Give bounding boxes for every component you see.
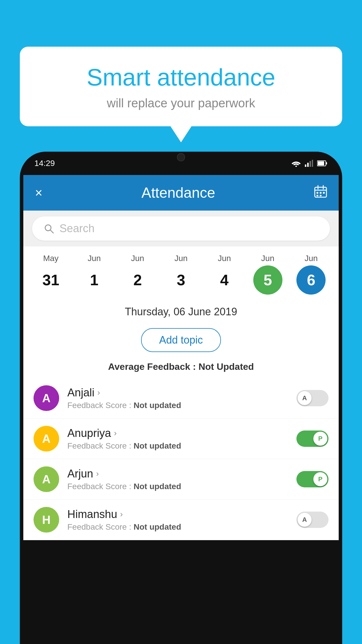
wifi-icon: [291, 160, 301, 167]
cal-day-6[interactable]: Jun 6: [294, 254, 328, 295]
chevron-icon: ›: [120, 510, 123, 519]
app-screen: × Attendance: [23, 175, 339, 540]
toolbar-title: Attendance: [141, 184, 215, 201]
status-icons: [291, 160, 328, 167]
svg-rect-16: [320, 195, 321, 196]
student-item-anjali: A Anjali › Feedback Score : Not updated …: [23, 378, 339, 419]
student-info-anjali: Anjali › Feedback Score : Not updated: [67, 386, 296, 410]
svg-line-18: [50, 230, 53, 233]
phone-frame: 14:29 ×: [20, 152, 342, 644]
svg-rect-12: [317, 192, 318, 194]
status-time: 14:29: [34, 159, 55, 168]
cal-day-0[interactable]: May 31: [33, 254, 68, 295]
avg-feedback-value: Not Updated: [198, 361, 254, 372]
svg-rect-7: [326, 162, 327, 164]
add-topic-section: Add topic: [23, 324, 339, 358]
notch: [162, 152, 200, 163]
avatar-arjun: A: [34, 466, 59, 492]
student-name-arjun[interactable]: Arjun ›: [67, 468, 296, 480]
selected-date: Thursday, 06 June 2019: [23, 298, 339, 324]
student-info-anupriya: Anupriya › Feedback Score : Not updated: [67, 427, 296, 451]
svg-rect-1: [305, 164, 306, 167]
student-feedback-anjali: Feedback Score : Not updated: [67, 401, 296, 410]
student-item-anupriya: A Anupriya › Feedback Score : Not update…: [23, 419, 339, 459]
student-feedback-anupriya: Feedback Score : Not updated: [67, 441, 296, 451]
avatar-himanshu: H: [34, 507, 59, 533]
speech-bubble-subtitle: will replace your paperwork: [37, 96, 325, 110]
add-topic-button[interactable]: Add topic: [141, 328, 221, 352]
search-icon: [44, 223, 54, 234]
speech-bubble-title: Smart attendance: [37, 64, 325, 90]
speech-bubble: Smart attendance will replace your paper…: [20, 47, 342, 126]
chevron-icon: ›: [114, 428, 117, 438]
student-name-himanshu[interactable]: Himanshu ›: [67, 508, 296, 521]
svg-rect-2: [307, 163, 309, 167]
toggle-himanshu[interactable]: A: [296, 512, 328, 528]
student-name-anupriya[interactable]: Anupriya ›: [67, 427, 296, 440]
close-button[interactable]: ×: [35, 186, 43, 200]
toggle-arjun[interactable]: P: [296, 471, 328, 487]
cal-day-2[interactable]: Jun 2: [120, 254, 155, 295]
student-name-anjali[interactable]: Anjali ›: [67, 386, 296, 399]
cal-day-5[interactable]: Jun 5: [250, 254, 285, 295]
student-info-arjun: Arjun › Feedback Score : Not updated: [67, 468, 296, 491]
calendar-icon[interactable]: [314, 185, 327, 201]
cal-day-4[interactable]: Jun 4: [207, 254, 242, 295]
student-item-himanshu: H Himanshu › Feedback Score : Not update…: [23, 500, 339, 540]
cal-day-3[interactable]: Jun 3: [164, 254, 198, 295]
calendar-row: May 31 Jun 1 Jun 2 Jun 3 Jun 4 Jun 5: [23, 246, 339, 298]
student-list: A Anjali › Feedback Score : Not updated …: [23, 378, 339, 540]
signal-icon: [305, 160, 313, 167]
student-feedback-arjun: Feedback Score : Not updated: [67, 482, 296, 491]
svg-rect-3: [310, 161, 311, 167]
student-item-arjun: A Arjun › Feedback Score : Not updated P: [23, 459, 339, 500]
svg-point-0: [296, 166, 297, 167]
chevron-icon: ›: [97, 388, 100, 397]
svg-rect-4: [312, 160, 313, 167]
cal-day-1[interactable]: Jun 1: [77, 254, 112, 295]
app-toolbar: × Attendance: [23, 175, 339, 211]
svg-rect-13: [320, 192, 321, 194]
toggle-anjali[interactable]: A: [296, 390, 328, 406]
avg-feedback-label: Average Feedback :: [108, 361, 196, 372]
avatar-anjali: A: [34, 385, 59, 411]
battery-icon: [317, 160, 328, 167]
search-input[interactable]: Search: [32, 216, 330, 241]
student-info-himanshu: Himanshu › Feedback Score : Not updated: [67, 508, 296, 532]
search-placeholder: Search: [59, 222, 94, 235]
svg-rect-15: [317, 195, 318, 196]
status-bar: 14:29: [20, 152, 342, 175]
student-feedback-himanshu: Feedback Score : Not updated: [67, 522, 296, 532]
toggle-anupriya[interactable]: P: [296, 430, 328, 447]
avg-feedback: Average Feedback : Not Updated: [23, 358, 339, 378]
svg-rect-6: [318, 161, 324, 165]
svg-rect-14: [323, 192, 325, 194]
camera: [177, 153, 185, 161]
search-section: Search: [23, 211, 339, 246]
avatar-anupriya: A: [34, 426, 59, 452]
chevron-icon: ›: [96, 469, 99, 478]
